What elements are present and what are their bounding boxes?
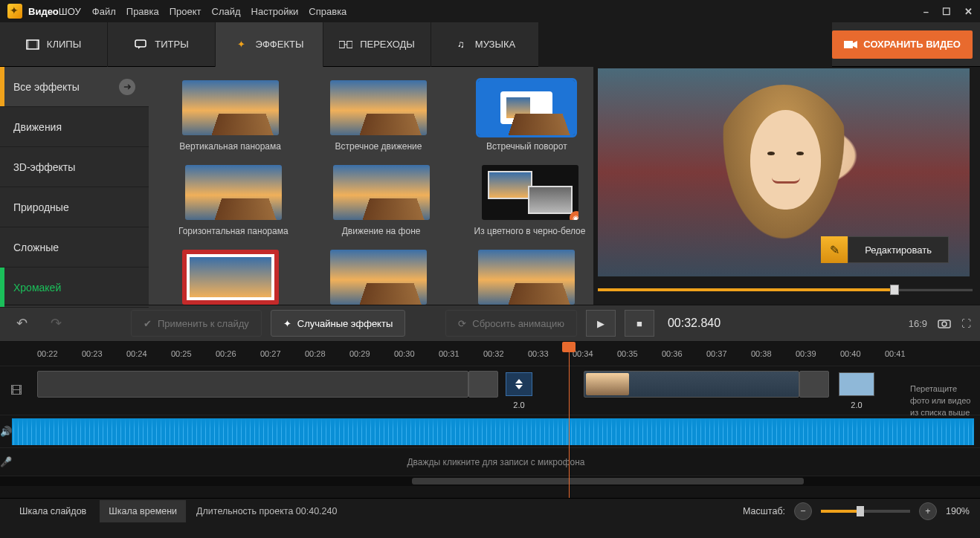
title-bar: ВидеоШОУ Файл Правка Проект Слайд Настро…	[0, 0, 980, 22]
drag-hint: Перетащитефото или видеоиз списка выше	[910, 383, 976, 418]
menu-settings[interactable]: Настройки	[251, 6, 299, 17]
preview-image: ✎ Редактировать	[598, 68, 970, 276]
save-video-button[interactable]: СОХРАНИТЬ ВИДЕО	[832, 30, 973, 59]
tab-label: ПЕРЕХОДЫ	[360, 39, 415, 50]
footer-tab-timeline[interactable]: Шкала времени	[100, 500, 186, 522]
ruler-tick: 00:34	[573, 349, 617, 358]
zoom-out-button[interactable]: −	[794, 502, 812, 520]
mic-icon: 🎤	[0, 456, 12, 467]
effect-counter-motion[interactable]: Встречное движение	[326, 80, 430, 152]
sidebar-item-all-effects[interactable]: Все эффекты ➜	[0, 67, 149, 107]
zoom-label: Масштаб:	[743, 506, 785, 516]
snapshot-icon[interactable]	[938, 318, 951, 328]
effect-item[interactable]	[326, 250, 430, 305]
random-effects-button[interactable]: ✦ Случайные эффекты	[271, 310, 406, 337]
zoom-value: 190%	[946, 506, 970, 516]
effect-item[interactable]	[475, 250, 578, 305]
timeline-clip[interactable]	[468, 371, 498, 398]
ruler-tick: 00:23	[82, 349, 126, 358]
undo-button[interactable]: ↶	[9, 311, 34, 336]
timeline-clip[interactable]	[799, 371, 829, 398]
effect-thumb	[478, 250, 575, 305]
preview-progress-slider[interactable]	[598, 284, 973, 296]
project-duration: Длительность проекта 00:40.240	[196, 506, 337, 516]
tab-titles[interactable]: ТИТРЫ	[108, 22, 216, 67]
effect-color-to-bw[interactable]: ◉ Из цветного в черно-белое	[474, 165, 586, 236]
button-label: Применить к слайду	[158, 318, 249, 329]
playhead[interactable]	[569, 342, 570, 498]
tab-clips[interactable]: КЛИПЫ	[0, 22, 108, 67]
edit-button-label: Редактировать	[848, 236, 949, 263]
tab-label: КЛИПЫ	[47, 39, 81, 50]
effect-bg-motion[interactable]: Движение на фоне	[333, 165, 430, 236]
audio-track[interactable]: 🔊	[0, 415, 980, 447]
slider-knob-icon[interactable]	[890, 285, 899, 295]
reset-animation-button[interactable]: ⟳ Сбросить анимацию	[445, 310, 577, 337]
ruler-tick: 00:35	[617, 349, 662, 358]
audio-waveform[interactable]	[12, 418, 974, 445]
apply-to-slide-button[interactable]: ✔ Применить к слайду	[131, 310, 262, 337]
ruler-tick: 00:31	[439, 349, 483, 358]
menu-slide[interactable]: Слайд	[212, 6, 241, 17]
scrollbar-thumb[interactable]	[412, 478, 804, 484]
zoom-slider[interactable]	[821, 510, 910, 513]
button-label: Сбросить анимацию	[472, 318, 564, 329]
transition-icon	[339, 38, 352, 51]
time-ruler[interactable]: 00:22 00:23 00:24 00:25 00:26 00:27 00:2…	[0, 342, 980, 366]
effect-item[interactable]	[178, 250, 282, 305]
redo-button[interactable]: ↷	[43, 311, 68, 336]
tab-transitions[interactable]: ПЕРЕХОДЫ	[323, 22, 431, 67]
edit-slide-button[interactable]: ✎ Редактировать	[821, 236, 949, 263]
menu-edit[interactable]: Правка	[126, 6, 159, 17]
sidebar-item-label: Природные	[13, 201, 69, 213]
effect-thumb	[185, 165, 282, 220]
ruler-tick: 00:29	[349, 349, 394, 358]
timeline-transition[interactable]	[839, 372, 874, 396]
window-close-icon[interactable]: ✕	[964, 6, 973, 17]
tab-music[interactable]: ♫ МУЗЫКА	[431, 22, 539, 67]
action-bar: ↶ ↷ ✔ Применить к слайду ✦ Случайные эфф…	[0, 305, 980, 342]
mic-track[interactable]: 🎤 Дважды кликните для записи с микрофона	[0, 447, 980, 476]
window-maximize-icon[interactable]: ☐	[942, 6, 951, 17]
footer-bar: Шкала слайдов Шкала времени Длительность…	[0, 498, 980, 523]
sidebar-item-complex[interactable]: Сложные	[0, 227, 149, 268]
tab-label: ТИТРЫ	[155, 39, 188, 50]
timeline-clip[interactable]	[584, 371, 799, 398]
svg-rect-3	[135, 40, 146, 47]
ruler-tick: 00:40	[840, 349, 885, 358]
effect-thumb	[182, 80, 279, 135]
timeline-scrollbar[interactable]	[0, 476, 980, 486]
main-menu: Файл Правка Проект Слайд Настройки Справ…	[92, 6, 347, 17]
sidebar-item-nature[interactable]: Природные	[0, 187, 149, 227]
window-minimize-icon[interactable]: –	[923, 6, 929, 17]
footer-tab-slides[interactable]: Шкала слайдов	[10, 500, 95, 522]
stop-button[interactable]: ■	[625, 310, 654, 337]
effect-counter-turn[interactable]: Встречный поворот	[475, 80, 578, 152]
menu-file[interactable]: Файл	[92, 6, 116, 17]
sidebar-item-label: 3D-эффекты	[13, 161, 75, 173]
film-icon	[26, 38, 39, 51]
tab-effects[interactable]: ✦ ЭФФЕКТЫ	[216, 22, 323, 67]
menu-project[interactable]: Проект	[170, 6, 202, 17]
sidebar-item-chroma[interactable]: Хромакей	[0, 268, 149, 308]
fullscreen-icon[interactable]: ⛶	[961, 318, 971, 329]
svg-rect-2	[36, 40, 39, 49]
menu-help[interactable]: Справка	[309, 6, 346, 17]
effect-thumb	[330, 250, 427, 305]
refresh-icon: ⟳	[458, 318, 466, 329]
aspect-ratio-label[interactable]: 16:9	[909, 318, 927, 329]
message-icon	[134, 38, 147, 51]
app-name: ВидеоШОУ	[28, 6, 81, 17]
play-button[interactable]: ▶	[586, 310, 616, 337]
timecode-display: 00:32.840	[668, 317, 721, 330]
effect-horizontal-panorama[interactable]: Горизонтальная панорама	[178, 165, 288, 236]
zoom-in-button[interactable]: +	[919, 502, 937, 520]
timeline-transition[interactable]	[506, 372, 532, 396]
ruler-tick: 00:30	[394, 349, 439, 358]
timeline-clip[interactable]	[37, 371, 468, 398]
sidebar-item-motions[interactable]: Движения	[0, 107, 149, 147]
effect-vertical-panorama[interactable]: Вертикальная панорама	[178, 80, 282, 152]
main-tabs: КЛИПЫ ТИТРЫ ✦ ЭФФЕКТЫ ПЕРЕХОДЫ ♫ МУЗЫКА …	[0, 22, 980, 67]
sidebar-item-3d[interactable]: 3D-эффекты	[0, 147, 149, 187]
video-track[interactable]: 🎞 2.0 2.0 Перетащитефото или видеоиз спи…	[0, 366, 980, 415]
